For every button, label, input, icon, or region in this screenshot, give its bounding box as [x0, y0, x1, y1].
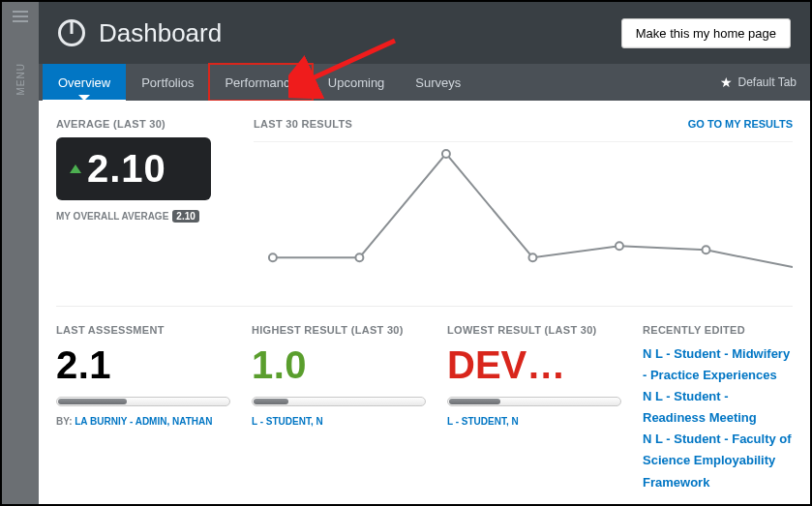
trend-up-icon: [70, 164, 81, 173]
lowest-label: LOWEST RESULT (LAST 30): [447, 324, 621, 336]
svg-point-3: [528, 253, 536, 261]
highest-result-section: HIGHEST RESULT (LAST 30) 1.0 L - STUDENT…: [252, 324, 426, 504]
svg-point-2: [442, 150, 450, 158]
star-icon: ★: [720, 74, 733, 90]
default-tab-label: Default Tab: [738, 75, 797, 89]
tab-portfolios[interactable]: Portfolios: [126, 64, 209, 101]
svg-point-0: [269, 253, 277, 261]
header-bar: Dashboard Make this my home page: [39, 2, 810, 64]
average-section: AVERAGE (LAST 30) 2.10 MY OVERALL AVERAG…: [56, 118, 230, 286]
recent-item[interactable]: N L - Student - Faculty of Science Emplo…: [643, 429, 793, 492]
menu-label: MENU: [15, 67, 26, 96]
svg-point-1: [355, 253, 363, 261]
tab-surveys[interactable]: Surveys: [400, 64, 476, 101]
overall-average-label: MY OVERALL AVERAGE: [56, 211, 168, 222]
highest-label: HIGHEST RESULT (LAST 30): [252, 324, 426, 336]
recent-label: RECENTLY EDITED: [643, 324, 793, 336]
last-assessment-value: 2.1: [56, 343, 230, 387]
highest-bar: [252, 397, 426, 406]
svg-point-5: [703, 246, 710, 253]
lowest-author[interactable]: L - STUDENT, N: [447, 416, 519, 427]
tab-bar: Overview Portfolios Performance Upcoming…: [39, 64, 810, 101]
results-chart: [254, 141, 793, 286]
average-card: 2.10: [56, 137, 211, 200]
svg-point-4: [616, 242, 623, 250]
recent-item[interactable]: N L - Student - Midwifery - Practice Exp…: [643, 343, 793, 386]
overall-average-badge: 2.10: [172, 210, 198, 223]
make-home-button[interactable]: Make this my home page: [621, 18, 791, 48]
chart-label: LAST 30 RESULTS: [254, 118, 352, 130]
lowest-bar: [447, 397, 621, 406]
last-assessment-bar: [56, 397, 230, 406]
goto-results-link[interactable]: GO TO MY RESULTS: [688, 118, 793, 130]
default-tab-toggle[interactable]: ★ Default Tab: [720, 64, 811, 101]
highest-author[interactable]: L - STUDENT, N: [252, 416, 323, 427]
last-assessment-author[interactable]: LA BURNIY - ADMIN, NATHAN: [75, 416, 212, 427]
lowest-result-section: LOWEST RESULT (LAST 30) DEV… L - STUDENT…: [447, 324, 621, 504]
power-icon: [58, 19, 85, 46]
last-assessment-label: LAST ASSESSMENT: [56, 324, 230, 336]
highest-value: 1.0: [252, 343, 426, 387]
recent-item[interactable]: N L - Student - Readiness Meeting: [643, 386, 793, 429]
menu-strip[interactable]: MENU: [2, 2, 39, 504]
tab-performance[interactable]: Performance: [209, 64, 312, 101]
recently-edited-section: RECENTLY EDITED N L - Student - Midwifer…: [643, 324, 793, 504]
by-prefix: BY:: [56, 416, 72, 427]
tab-upcoming[interactable]: Upcoming: [313, 64, 401, 101]
chart-section: LAST 30 RESULTS GO TO MY RESULTS: [254, 118, 793, 286]
page-title: Dashboard: [99, 18, 222, 48]
hamburger-icon: [13, 8, 28, 25]
average-value: 2.10: [87, 147, 166, 191]
last-assessment-section: LAST ASSESSMENT 2.1 BY: LA BURNIY - ADMI…: [56, 324, 230, 504]
tab-overview[interactable]: Overview: [43, 64, 126, 101]
lowest-value: DEV…: [447, 343, 621, 387]
average-label: AVERAGE (LAST 30): [56, 118, 230, 130]
